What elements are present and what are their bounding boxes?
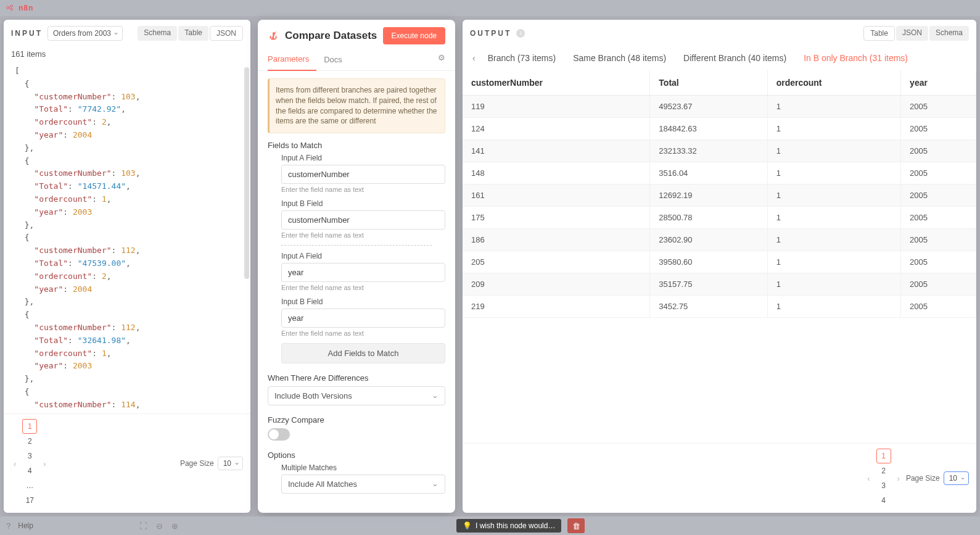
view-tab-json[interactable]: JSON [896,26,928,41]
help-icon[interactable]: ? [6,521,10,531]
diff-select[interactable]: Include Both Versions [268,386,445,405]
page-size-select[interactable]: 10 [218,457,243,470]
prev-page-icon[interactable]: ‹ [11,459,19,468]
next-page-icon[interactable]: › [895,474,902,483]
branch-tab[interactable]: Branch (73 items) [488,53,556,63]
table-cell: 2005 [901,251,976,273]
input-source-select[interactable]: Orders from 2003 [47,26,123,41]
page-2[interactable]: 2 [22,434,37,449]
zoom-in-icon[interactable]: ⊕ [171,521,178,531]
column-header[interactable]: customerNumber [463,70,650,96]
multi-matches-label: Multiple Matches [281,463,445,472]
fuzzy-toggle[interactable] [268,428,290,441]
execute-button[interactable]: Execute node [383,27,445,44]
table-row[interactable]: 20539580.6012005 [463,251,976,273]
back-icon[interactable]: ‹ [472,53,476,63]
prev-page-icon[interactable]: ‹ [865,474,872,483]
table-cell: 2005 [901,207,976,229]
table-row[interactable]: 18623602.9012005 [463,229,976,251]
page-size-select[interactable]: 10 [944,471,969,485]
input-a-label: Input A Field [281,252,445,260]
branch-tab[interactable]: In B only Branch (31 items) [804,53,908,63]
info-icon[interactable]: i [516,29,525,38]
divider [281,245,432,246]
view-tab-table[interactable]: Table [863,26,895,41]
table-row[interactable]: 16112692.1912005 [463,185,976,207]
input-a-field[interactable] [281,165,445,184]
app-header: n8n [0,0,980,16]
table-cell: 1 [767,162,900,185]
add-fields-button[interactable]: Add Fields to Match [281,343,445,363]
next-page-icon[interactable]: › [41,459,48,468]
table-cell: 119 [463,96,650,118]
table-cell: 2005 [901,273,976,296]
table-cell: 1 [767,140,900,162]
input-b-field[interactable] [281,309,445,328]
table-cell: 2005 [901,140,976,162]
page-1[interactable]: 1 [22,419,37,434]
table-cell: 2005 [901,118,976,140]
node-settings-panel: ⫝̸ Compare Datasets Execute node Paramet… [258,20,455,513]
page-3[interactable]: 3 [876,478,891,493]
page-2[interactable]: 2 [876,463,891,478]
input-json-view[interactable]: [ { customerNumber: 103, Total: "7742.92… [4,61,250,413]
table-row[interactable]: 141232133.3212005 [463,140,976,162]
table-cell: 49523.67 [650,96,767,118]
table-row[interactable]: 17528500.7812005 [463,207,976,229]
table-row[interactable]: 11949523.6712005 [463,96,976,118]
app-name: n8n [19,4,33,12]
view-tab-json[interactable]: JSON [210,26,243,41]
input-b-field[interactable] [281,210,445,230]
table-cell: 28500.78 [650,207,767,229]
table-row[interactable]: 2193452.7512005 [463,296,976,318]
view-tab-schema[interactable]: Schema [138,26,177,41]
svg-point-1 [10,5,12,7]
help-label[interactable]: Help [18,521,33,530]
table-cell: 209 [463,273,650,296]
table-cell: 2005 [901,162,976,185]
table-cell: 232133.32 [650,140,767,162]
page-1[interactable]: 1 [876,449,891,463]
zoom-out-icon[interactable]: ⊖ [156,521,163,531]
scrollbar[interactable] [244,67,249,279]
fields-to-match-label: Fields to Match [268,141,445,150]
table-cell: 205 [463,251,650,273]
view-tab-schema[interactable]: Schema [929,26,969,41]
multi-matches-select[interactable]: Include All Matches [281,475,445,494]
wish-box[interactable]: 💡 I wish this node would… [456,519,561,533]
column-header[interactable]: ordercount [767,70,900,96]
fullscreen-icon[interactable]: ⛶ [139,521,147,531]
page-4[interactable]: 4 [22,463,37,478]
branch-tab[interactable]: Same Branch (48 items) [573,53,666,63]
table-cell: 161 [463,185,650,207]
table-row[interactable]: 124184842.6312005 [463,118,976,140]
branch-tab[interactable]: Different Branch (40 items) [683,53,786,63]
tab-parameters[interactable]: Parameters [268,49,316,71]
page-17[interactable]: 17 [22,493,37,508]
column-header[interactable]: Total [650,70,767,96]
output-title: OUTPUT [470,29,511,38]
input-pagination: ‹ 1234…17 › Page Size 10 [4,413,250,513]
column-header[interactable]: year [901,70,976,96]
table-cell: 1 [767,207,900,229]
view-tab-table[interactable]: Table [178,26,208,41]
table-cell: 175 [463,207,650,229]
page-4[interactable]: 4 [876,493,891,508]
table-row[interactable]: 1483516.0412005 [463,162,976,185]
output-table: customerNumberTotalordercountyear 119495… [463,70,976,318]
input-a-field[interactable] [281,263,445,282]
table-cell: 1 [767,273,900,296]
gear-icon[interactable]: ⚙ [438,53,445,67]
delete-button[interactable]: 🗑 [567,518,585,533]
table-cell: 148 [463,162,650,185]
table-cell: 35157.75 [650,273,767,296]
table-row[interactable]: 20935157.7512005 [463,273,976,296]
trash-icon: 🗑 [572,521,580,531]
lightbulb-icon: 💡 [463,521,472,530]
fuzzy-label: Fuzzy Compare [268,415,445,425]
page-3[interactable]: 3 [22,449,37,463]
output-pagination: ‹ 1234 › Page Size 10 [463,443,976,513]
page-…[interactable]: … [22,478,37,493]
table-cell: 184842.63 [650,118,767,140]
tab-docs[interactable]: Docs [324,50,350,70]
